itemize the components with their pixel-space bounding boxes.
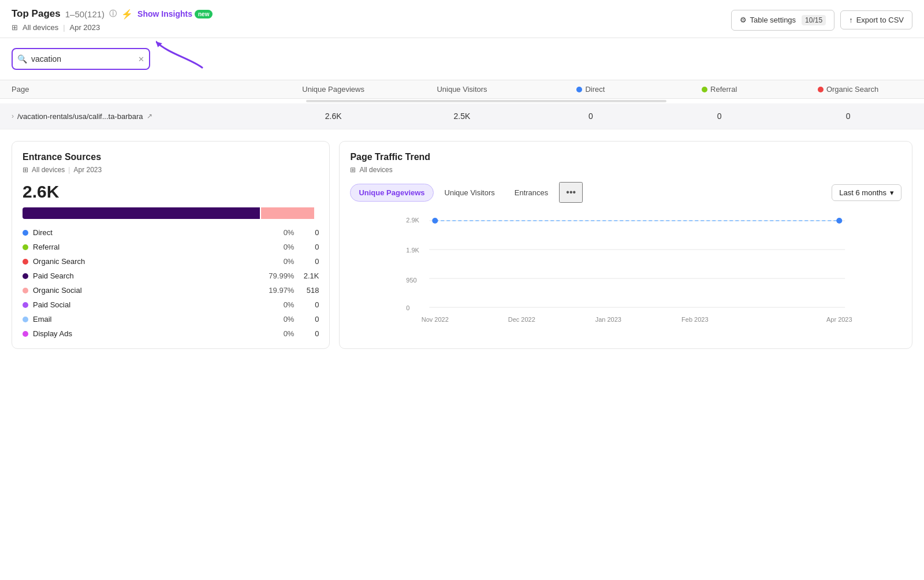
external-link-icon[interactable]: ↗ — [147, 112, 152, 120]
referral-dot — [702, 87, 707, 92]
x-label-jan: Jan 2023 — [595, 316, 621, 323]
source-item: Referral 0% 0 — [23, 243, 319, 251]
col-header-pageviews[interactable]: Unique Pageviews — [269, 85, 398, 94]
source-item: Paid Search 79.99% 2.1K — [23, 272, 319, 280]
col-header-visitors[interactable]: Unique Visitors — [398, 85, 527, 94]
y-label-0: 0 — [407, 304, 410, 311]
device-icon-panel: ⊞ — [23, 166, 28, 174]
entrance-device-label: All devices — [32, 166, 65, 174]
entrance-sources-panel: Entrance Sources ⊞ All devices | Apr 202… — [12, 141, 330, 349]
x-label-apr: Apr 2023 — [826, 316, 852, 323]
source-item: Display Ads 0% 0 — [23, 329, 319, 338]
device-icon-trend: ⊞ — [350, 166, 356, 174]
separator: | — [63, 23, 65, 32]
clear-search-button[interactable]: ✕ — [138, 55, 144, 64]
x-label-nov: Nov 2022 — [422, 316, 449, 323]
page-url: /vacation-rentals/usa/calif...ta-barbara — [17, 112, 143, 121]
bar-organic-social — [261, 207, 314, 219]
source-pct: 0% — [262, 300, 294, 309]
table-settings-button[interactable]: ⚙ Table settings 10/15 — [731, 10, 835, 31]
source-name: Organic Search — [33, 257, 258, 266]
info-icon[interactable]: ⓘ — [109, 9, 117, 19]
col-header-referral: Referral — [655, 85, 784, 94]
search-wrapper: 🔍 ✕ — [12, 48, 150, 70]
header-right: ⚙ Table settings 10/15 ↑ Export to CSV — [731, 10, 912, 31]
time-select-dropdown[interactable]: Last 6 months ▾ — [832, 184, 901, 201]
chart-dot-right — [837, 218, 843, 224]
pageviews-cell: 2.6K — [269, 111, 398, 121]
source-val: 518 — [299, 286, 319, 295]
export-csv-button[interactable]: ↑ Export to CSV — [840, 10, 912, 29]
table-row: › /vacation-rentals/usa/calif...ta-barba… — [0, 103, 924, 129]
bar-paid-search — [23, 207, 260, 219]
source-pct: 79.99% — [262, 272, 294, 280]
chevron-down-icon: ▾ — [890, 188, 894, 197]
source-list: Direct 0% 0 Referral 0% 0 Organic Search… — [23, 228, 319, 338]
direct-cell: 0 — [526, 111, 655, 121]
source-dot — [23, 331, 28, 337]
source-val: 0 — [299, 329, 319, 338]
chart-tabs: Unique Pageviews Unique Visitors Entranc… — [350, 182, 901, 203]
new-badge: new — [195, 10, 213, 18]
col-header-organic: Organic Search — [784, 85, 912, 94]
source-name: Display Ads — [33, 329, 258, 338]
table-header: Page Unique Pageviews Unique Visitors Di… — [0, 80, 924, 99]
show-insights-link[interactable]: Show Insights new — [137, 9, 213, 18]
y-label-19k: 1.9K — [407, 247, 420, 254]
source-item: Organic Social 19.97% 518 — [23, 286, 319, 295]
x-label-dec: Dec 2022 — [508, 316, 535, 323]
source-dot — [23, 273, 28, 279]
header-subtitle: ⊞ All devices | Apr 2023 — [12, 23, 213, 32]
page-title: Top Pages — [12, 8, 61, 20]
page-cell: › /vacation-rentals/usa/calif...ta-barba… — [12, 112, 269, 121]
direct-dot — [576, 87, 582, 92]
insights-label: Show Insights — [137, 9, 192, 18]
source-name: Paid Social — [33, 300, 258, 309]
bolt-icon: ⚡ — [121, 9, 133, 20]
export-label: Export to CSV — [856, 16, 904, 24]
source-name: Direct — [33, 228, 258, 237]
source-dot — [23, 317, 28, 322]
search-input[interactable] — [12, 48, 150, 70]
tab-entrances[interactable]: Entrances — [506, 184, 557, 202]
source-val: 2.1K — [299, 272, 319, 280]
chart-area: 2.9K 1.9K 950 0 Nov 2022 Dec 2022 Jan 20… — [350, 212, 901, 328]
source-item: Paid Social 0% 0 — [23, 300, 319, 309]
organic-cell: 0 — [784, 111, 912, 121]
visitors-cell: 2.5K — [398, 111, 527, 121]
export-icon: ↑ — [849, 16, 853, 24]
source-dot — [23, 288, 28, 293]
gear-icon: ⚙ — [740, 16, 747, 24]
device-icon: ⊞ — [12, 23, 18, 32]
y-label-29k: 2.9K — [407, 217, 420, 224]
source-val: 0 — [299, 243, 319, 251]
trend-device-label: All devices — [359, 166, 392, 174]
x-label-feb: Feb 2023 — [681, 316, 708, 323]
row-expand-icon[interactable]: › — [12, 112, 14, 120]
traffic-trend-panel: Page Traffic Trend ⊞ All devices Unique … — [339, 141, 912, 349]
source-pct: 0% — [262, 329, 294, 338]
horizontal-scrollbar[interactable] — [306, 100, 666, 102]
entrance-sources-subtitle: ⊞ All devices | Apr 2023 — [23, 166, 319, 174]
table-settings-count: 10/15 — [802, 15, 826, 25]
tab-unique-pageviews[interactable]: Unique Pageviews — [350, 184, 433, 202]
traffic-trend-subtitle: ⊞ All devices — [350, 166, 901, 174]
organic-dot — [818, 87, 824, 92]
header-left: Top Pages 1–50(121) ⓘ ⚡ Show Insights ne… — [12, 8, 213, 32]
table-settings-label: Table settings — [750, 16, 796, 24]
scroll-bar-row — [0, 99, 924, 103]
arrow-annotation — [156, 36, 208, 70]
source-name: Referral — [33, 243, 258, 251]
page-count: 1–50(121) — [65, 9, 105, 19]
tab-more-button[interactable]: ••• — [559, 182, 583, 203]
tab-unique-visitors[interactable]: Unique Visitors — [436, 184, 504, 202]
source-val: 0 — [299, 315, 319, 324]
source-item: Email 0% 0 — [23, 315, 319, 324]
search-area: 🔍 ✕ — [0, 38, 924, 80]
time-select-label: Last 6 months — [839, 188, 886, 197]
source-pct: 19.97% — [262, 286, 294, 295]
col-header-page: Page — [12, 85, 269, 94]
source-item: Direct 0% 0 — [23, 228, 319, 237]
source-val: 0 — [299, 257, 319, 266]
referral-cell: 0 — [655, 111, 784, 121]
